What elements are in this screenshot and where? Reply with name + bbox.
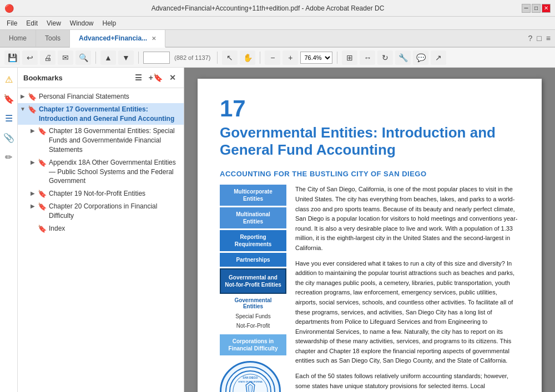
zoom-in-button[interactable]: + [282, 50, 298, 65]
list-item[interactable]: ▶ 🔖 Chapter 19 Not-for-Profit Entities [18, 187, 184, 200]
bookmark-marker: 🔖 [28, 93, 37, 101]
sep4 [260, 52, 260, 64]
pdf-area[interactable]: 17 Governmental Entities: Introduction a… [184, 68, 555, 392]
tab-tools[interactable]: Tools [36, 30, 70, 47]
bookmark-marker: 🔖 [28, 105, 37, 114]
tab-home[interactable]: Home [0, 30, 36, 47]
expand-icon[interactable]: ▶ [28, 128, 38, 134]
maximize-button[interactable]: □ [532, 4, 541, 13]
signature-icon[interactable]: ✏ [3, 150, 14, 165]
comment-button[interactable]: 💬 [413, 50, 428, 65]
nav-item-notforprofit: Not-For-Profit [220, 322, 286, 330]
tools-button[interactable]: 🔧 [395, 50, 411, 65]
bookmark-icon[interactable]: 🔖 [1, 91, 17, 106]
window-title: Advanced+Financial+Accounting+11th+editi… [14, 4, 522, 12]
bm-text: Personal Financial Statements [39, 92, 129, 101]
search-button[interactable]: 🔍 [75, 50, 91, 65]
next-page-button[interactable]: ▼ [118, 50, 134, 65]
select-tool-button[interactable]: ↖ [222, 50, 238, 65]
main-area: ⚠ 🔖 ☰ 📎 ✏ Bookmarks ☰ +🔖 ✕ ▶ 🔖 Personal … [0, 68, 555, 392]
title-bar-left: 🔴 [4, 4, 14, 13]
bookmark-marker: 🔖 [38, 202, 47, 211]
list-item[interactable]: ▼ 🔖 Chapter 17 Governmental Entities: In… [18, 103, 184, 125]
bm-text: Chapter 18 Governmental Entities: Specia… [49, 126, 179, 154]
pdf-page: 17 Governmental Entities: Introduction a… [198, 79, 542, 392]
save-button[interactable]: 💾 [4, 50, 20, 65]
panel-add-button[interactable]: +🔖 [147, 72, 165, 83]
sep2 [138, 52, 139, 64]
expand-icon[interactable]: ▶ [18, 93, 28, 99]
print-button[interactable]: 🖨 [40, 50, 56, 65]
list-item[interactable]: ▶ 🔖 Chapter 18 Governmental Entities: Sp… [18, 125, 184, 156]
bookmarks-panel: Bookmarks ☰ +🔖 ✕ ▶ 🔖 Personal Financial … [18, 68, 184, 392]
bm-text: Chapter 20 Corporations in Financial Dif… [49, 202, 179, 221]
tab-document[interactable]: Advanced+Financia... ✕ [70, 30, 165, 48]
rotate-button[interactable]: ↻ [377, 50, 393, 65]
bookmark-marker: 🔖 [38, 159, 47, 167]
page-count: (882 of 1137) [174, 54, 210, 61]
share-button[interactable]: ↗ [431, 50, 446, 65]
list-item[interactable]: ▶ 🔖 Chapter 20 Corporations in Financial… [18, 200, 184, 222]
more-icon[interactable]: ≡ [546, 34, 551, 43]
bm-text: Index [49, 224, 65, 233]
prev-page-button[interactable]: ▲ [100, 50, 116, 65]
nav-item-multicorporate: MulticorporateEntities [220, 185, 286, 206]
page-input[interactable]: 849 [143, 52, 170, 64]
menu-window[interactable]: Window [65, 18, 98, 28]
bookmark-marker: 🔖 [38, 127, 47, 135]
title-bar: 🔴 Advanced+Financial+Accounting+11th+edi… [0, 0, 555, 17]
undo-button[interactable]: ↩ [22, 50, 38, 65]
app-icon: 🔴 [4, 4, 14, 13]
signin-icon[interactable]: □ [537, 34, 541, 43]
menu-edit[interactable]: Edit [22, 18, 42, 28]
paragraph-3: Each of the 50 states follows relatively… [295, 371, 519, 392]
bm-text: Chapter 19 Not-for-Profit Entities [49, 189, 145, 198]
expand-icon[interactable]: ▶ [28, 190, 38, 196]
menu-view[interactable]: View [42, 18, 65, 28]
nav-item-gov-entities: GovernmentalEntities [220, 296, 286, 311]
sep1 [95, 52, 96, 64]
panel-close-button[interactable]: ✕ [167, 72, 178, 83]
bookmark-list: ▶ 🔖 Personal Financial Statements ▼ 🔖 Ch… [18, 88, 184, 392]
bookmarks-panel-icon[interactable]: ☰ [3, 111, 15, 126]
expand-icon[interactable]: ▶ [28, 159, 38, 165]
bookmark-marker: 🔖 [38, 225, 47, 233]
list-item[interactable]: 🔖 Index [18, 222, 184, 235]
left-nav: MulticorporateEntities MultinationalEnti… [220, 185, 286, 392]
toolbar: 💾 ↩ 🖨 ✉ 🔍 ▲ ▼ 849 (882 of 1137) ↖ ✋ − + … [0, 48, 555, 68]
tab-home-label: Home [9, 34, 27, 42]
close-button[interactable]: ✕ [542, 4, 551, 13]
warning-icon: ⚠ [3, 72, 15, 87]
zoom-select[interactable]: 76.4% 50% 75% 100% 150% [300, 52, 332, 64]
menu-help[interactable]: Help [98, 18, 121, 28]
expand-icon[interactable]: ▼ [18, 106, 28, 112]
city-seal: SAN DIEGO STATE OF CALIFORNIA SEMPER VIG… [220, 361, 281, 392]
hand-tool-button[interactable]: ✋ [240, 50, 255, 65]
zoom-out-button[interactable]: − [265, 50, 280, 65]
nav-item-multinational: MultinationalEntities [220, 207, 286, 228]
list-item[interactable]: ▶ 🔖 Personal Financial Statements [18, 90, 184, 103]
sep5 [337, 52, 337, 64]
tab-document-label: Advanced+Financia... [79, 34, 147, 42]
nav-item-special-funds: Special Funds [220, 312, 286, 320]
list-item[interactable]: ▶ 🔖 Appendix 18A Other Governmental Enti… [18, 156, 184, 187]
paragraph-2: Have you ever considered what it takes t… [295, 259, 519, 366]
help-icon[interactable]: ? [528, 34, 533, 43]
fit-width-button[interactable]: ↔ [360, 50, 375, 65]
chapter-title: Governmental Entities: Introduction and … [220, 124, 519, 159]
panel-menu-button[interactable]: ☰ [133, 72, 144, 83]
nav-item-governmental: Governmental andNot-for-Profit Entities [220, 268, 286, 294]
seal-svg: SAN DIEGO STATE OF CALIFORNIA SEMPER VIG… [228, 370, 273, 392]
menu-file[interactable]: File [2, 18, 22, 28]
panel-title: Bookmarks [23, 74, 63, 82]
attachment-icon[interactable]: 📎 [1, 130, 17, 145]
email-button[interactable]: ✉ [58, 50, 73, 65]
expand-icon[interactable]: ▶ [28, 203, 38, 209]
fit-page-button[interactable]: ⊞ [342, 50, 357, 65]
seal-inner: SAN DIEGO STATE OF CALIFORNIA SEMPER VIG… [225, 366, 275, 392]
bm-text: Chapter 17 Governmental Entities: Introd… [39, 105, 179, 124]
minimize-button[interactable]: ─ [522, 4, 531, 13]
tab-close-button[interactable]: ✕ [152, 35, 156, 42]
content-layout: MulticorporateEntities MultinationalEnti… [220, 185, 519, 392]
tab-bar: Home Tools Advanced+Financia... ✕ ? □ ≡ [0, 30, 555, 48]
